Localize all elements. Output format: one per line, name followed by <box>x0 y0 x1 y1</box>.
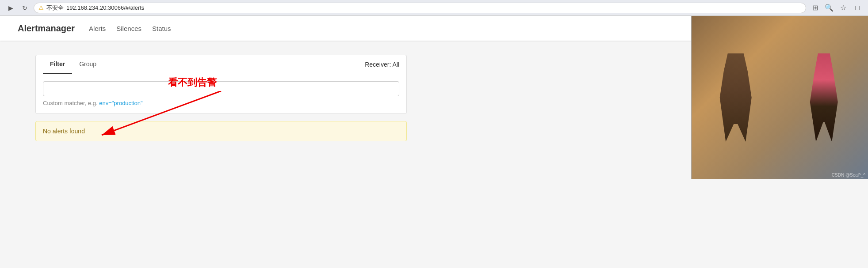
browser-bar: ▶ ↻ ⚠ 不安全 192.168.234.20:30066/#/alerts … <box>0 0 868 16</box>
filter-area: Custom matcher, e.g. env="production" <box>36 74 406 113</box>
nav-status[interactable]: Status <box>152 25 171 32</box>
tabs-panel: Filter Group Receiver: All Custom matche… <box>35 55 407 114</box>
security-label: 不安全 <box>46 4 64 12</box>
receiver-label: Receiver: All <box>365 61 399 68</box>
back-button[interactable]: ▶ <box>5 3 16 13</box>
tabs-list: Filter Group <box>43 55 103 74</box>
tab-filter[interactable]: Filter <box>43 55 72 74</box>
figure-1 <box>716 53 756 142</box>
nav-alerts[interactable]: Alerts <box>89 25 106 32</box>
brand-logo: Alertmanager <box>18 23 75 34</box>
security-warning-icon: ⚠ <box>38 4 44 11</box>
translate-icon[interactable]: ⊞ <box>810 3 820 13</box>
nav-silences[interactable]: Silences <box>116 25 141 32</box>
app-wrapper: Alertmanager Alerts Silences Status New … <box>0 16 868 268</box>
no-alerts-box: No alerts found <box>35 121 407 141</box>
url-text: 192.168.234.20:30066/#/alerts <box>66 4 144 11</box>
filter-hint-link[interactable]: env="production" <box>99 100 143 106</box>
zoom-icon[interactable]: 🔍 <box>824 3 834 13</box>
video-caption: CSDN @Seal^_^ <box>832 173 865 177</box>
figure-2 <box>804 53 844 142</box>
address-bar[interactable]: ⚠ 不安全 192.168.234.20:30066/#/alerts <box>34 3 806 13</box>
video-overlay: CSDN @Seal^_^ <box>691 16 868 179</box>
no-alerts-text: No alerts found <box>43 128 85 135</box>
navbar-left: Alertmanager Alerts Silences Status <box>18 23 171 34</box>
extension-icon[interactable]: □ <box>852 3 863 13</box>
tab-group[interactable]: Group <box>72 55 103 74</box>
browser-actions: ⊞ 🔍 ☆ □ <box>810 3 863 13</box>
filter-input[interactable] <box>43 81 399 96</box>
tabs-header: Filter Group Receiver: All <box>36 55 406 74</box>
filter-hint: Custom matcher, e.g. env="production" <box>43 100 399 106</box>
refresh-button[interactable]: ↻ <box>19 3 30 13</box>
video-background <box>692 16 868 179</box>
bookmark-icon[interactable]: ☆ <box>838 3 849 13</box>
navbar-links: Alerts Silences Status <box>89 25 171 32</box>
